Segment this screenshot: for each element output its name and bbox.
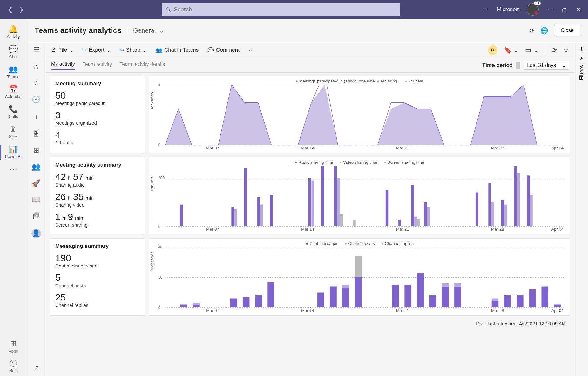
svg-rect-26 (504, 205, 507, 226)
chevron-left-icon[interactable]: ❮ (580, 46, 584, 51)
rail-chat[interactable]: 💬Chat (0, 42, 27, 62)
svg-rect-31 (180, 305, 187, 308)
svg-rect-53 (492, 299, 499, 302)
filters-pane[interactable]: ❮ ➤ Filters (575, 42, 588, 376)
help-icon: ? (10, 360, 17, 367)
home-icon[interactable]: ⌂ (34, 63, 38, 71)
page-icon: 🗎 (51, 47, 57, 53)
grid-icon[interactable]: ⊞ (33, 146, 39, 155)
svg-rect-43 (355, 256, 362, 278)
copy-icon[interactable]: 🗐 (33, 212, 40, 221)
meeting-summary-card: Meeting summary 50 Meetings participated… (50, 76, 145, 153)
svg-rect-25 (501, 200, 504, 226)
menu-icon[interactable]: ☰ (33, 46, 39, 54)
chart-icon: 📊 (9, 145, 18, 153)
window-maximize[interactable]: ▢ (561, 7, 567, 13)
rail-files[interactable]: 🗎Files (0, 122, 27, 142)
time-period-select[interactable]: Last 31 days⌄ (524, 61, 569, 70)
database-icon[interactable]: 🗄 (33, 130, 40, 138)
book-icon[interactable]: 📖 (32, 196, 40, 204)
tab-my-activity[interactable]: My activity (51, 61, 75, 70)
teams-icon: 👥 (9, 65, 18, 73)
svg-rect-27 (514, 166, 517, 226)
close-button[interactable]: Close (554, 25, 580, 36)
nav-forward[interactable]: ❯ (19, 6, 24, 13)
calendar-icon: 📅 (9, 85, 18, 93)
more-toolbar[interactable]: ⋯ (248, 47, 254, 54)
rail-apps[interactable]: ⊞Apps (0, 337, 27, 357)
svg-rect-18 (414, 217, 417, 226)
meeting-activity-summary-card: Meeting activity summary 42 h 57 min Sha… (50, 157, 145, 234)
page-header: Teams activity analytics General ⌄ ⟳ 🌐 C… (27, 19, 588, 42)
svg-rect-48 (442, 287, 449, 308)
search-input[interactable] (174, 6, 396, 13)
people-icon[interactable]: 👥 (32, 163, 40, 171)
star-icon[interactable]: ☆ (33, 79, 39, 87)
svg-rect-37 (267, 282, 274, 307)
rail-activity[interactable]: 🔔Activity (0, 22, 27, 42)
export-menu[interactable]: ↦ Export ⌄ (82, 47, 111, 54)
svg-rect-7 (270, 195, 273, 226)
reset-button[interactable]: ↺ (488, 45, 497, 55)
channel-picker[interactable]: General ⌄ (133, 27, 165, 34)
svg-rect-44 (392, 285, 399, 307)
teams-chat-icon: 👥 (156, 47, 162, 54)
app-rail: 🔔Activity 💬Chat 👥Teams 📅Calendar 📞Calls … (0, 19, 27, 376)
clock-icon[interactable]: 🕘 (32, 96, 40, 104)
favorite-icon[interactable]: ☆ (563, 46, 569, 54)
bookmark-icon[interactable]: 🔖 ⌄ (504, 46, 519, 54)
svg-rect-29 (527, 175, 530, 226)
svg-rect-35 (243, 297, 250, 307)
reset-icon: ↺ (491, 48, 495, 53)
legend-calls: 1:1 calls (405, 79, 424, 83)
rail-calls[interactable]: 📞Calls (0, 102, 27, 122)
more-icon[interactable]: ⋯ (483, 7, 489, 13)
global-search[interactable]: 🔍 (162, 3, 400, 16)
report-toolbar: 🗎 File ⌄ ↦ Export ⌄ ↪ Share ⌄ 👥 Chat in … (45, 42, 575, 58)
window-minimize[interactable]: — (547, 7, 553, 12)
tab-team-activity-details[interactable]: Team activity details (119, 62, 165, 69)
apps-icon: ⊞ (10, 340, 17, 347)
person-icon[interactable]: 👤 (31, 229, 41, 238)
messaging-summary-card: Messaging summary 190 Chat messages sent… (50, 238, 145, 316)
expand-icon[interactable]: ↗ (33, 364, 39, 372)
arrow-icon[interactable]: ➤ (580, 56, 584, 61)
rail-teams[interactable]: 👥Teams (0, 62, 27, 82)
share-icon: ↪ (120, 47, 124, 54)
svg-rect-5 (257, 197, 260, 226)
rail-powerbi[interactable]: 📊Power BI (0, 142, 27, 162)
rail-more[interactable]: ⋯ (0, 162, 27, 176)
globe-icon[interactable]: 🌐 (540, 27, 548, 34)
avatar-badge: R1 (534, 1, 541, 5)
report-nav: ☰ ⌂ ☆ 🕘 ＋ 🗄 ⊞ 👥 🚀 📖 🗐 👤 ↗ (27, 42, 45, 376)
avatar[interactable]: R1 (527, 3, 539, 16)
share-menu[interactable]: ↪ Share ⌄ (120, 47, 147, 54)
comment-icon: 💬 (207, 47, 214, 54)
chat-icon: 💬 (9, 45, 18, 53)
svg-rect-22 (476, 193, 478, 226)
chat-in-teams-button[interactable]: 👥 Chat in Teams (156, 47, 199, 54)
rocket-icon[interactable]: 🚀 (32, 179, 40, 188)
svg-rect-45 (404, 285, 411, 307)
window-close[interactable]: ✕ (575, 7, 582, 13)
rail-calendar[interactable]: 📅Calendar (0, 82, 27, 102)
view-icon[interactable]: ▭ ⌄ (525, 46, 538, 54)
svg-rect-13 (340, 214, 343, 226)
refresh-icon[interactable]: ⟳ (529, 27, 535, 34)
svg-rect-9 (311, 181, 314, 226)
svg-rect-20 (424, 202, 427, 226)
search-icon: 🔍 (166, 7, 171, 12)
org-label: Microsoft (497, 6, 519, 13)
time-period-label: Time period (482, 62, 513, 69)
svg-rect-52 (492, 301, 499, 307)
tab-team-activity[interactable]: Team activity (83, 62, 112, 69)
svg-rect-14 (353, 220, 355, 226)
plus-icon[interactable]: ＋ (33, 112, 40, 122)
refresh2-icon[interactable]: ⟳ (551, 46, 557, 54)
nav-back[interactable]: ❮ (8, 6, 13, 13)
comment-button[interactable]: 💬 Comment (207, 47, 240, 54)
file-menu[interactable]: 🗎 File ⌄ (51, 47, 73, 54)
rail-help[interactable]: ?Help (0, 357, 27, 376)
svg-rect-24 (491, 202, 494, 226)
svg-rect-46 (417, 273, 424, 307)
